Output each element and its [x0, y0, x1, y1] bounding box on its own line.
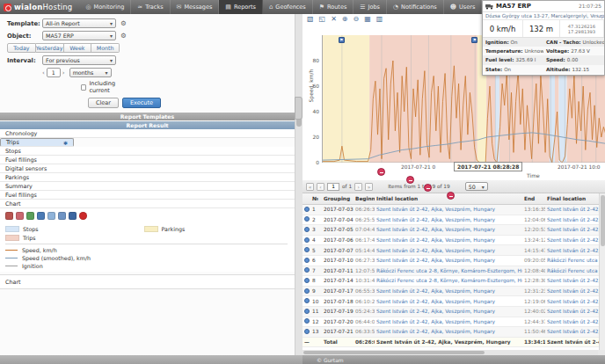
initial-location-link[interactable]: Szent István út 2-42, Ajka, Veszprém, Hu…: [375, 258, 522, 263]
report-result-item-trips-1[interactable]: Trips✱: [0, 138, 74, 147]
final-location-link[interactable]: Szent István út 2-42, Ajka: [545, 319, 599, 324]
locate-on-map-icon[interactable]: [304, 318, 310, 324]
page-number-input[interactable]: [327, 183, 339, 191]
export-xml-icon[interactable]: [58, 212, 66, 220]
template-settings-icon[interactable]: ⚙: [120, 19, 127, 27]
export-excel-icon[interactable]: [26, 212, 34, 220]
final-location-link[interactable]: Szent István út 2-42, Ajka: [545, 227, 599, 232]
print-icon[interactable]: [5, 212, 13, 220]
export-pdf-icon[interactable]: [16, 212, 24, 220]
initial-location-link[interactable]: Szent István út 2-42, Ajka, Veszprém, Hu…: [375, 227, 522, 232]
clear-chart-icon[interactable]: ✕: [331, 15, 337, 23]
flag-marker-icon[interactable]: ⚑: [471, 37, 477, 43]
initial-location-link[interactable]: Rákóczi Ferenc utca 2-8, Környe, Komárom…: [375, 278, 522, 283]
flag-marker-icon[interactable]: ⚑: [339, 37, 345, 43]
initial-location-link[interactable]: Rákóczi Ferenc utca 2-8, Környe, Komárom…: [375, 268, 522, 273]
column-header-[interactable]: №: [310, 196, 322, 201]
interval-decrease-icon[interactable]: ‹: [42, 69, 45, 76]
report-result-item-stops-2[interactable]: Stops: [0, 147, 295, 156]
panel-splitter-handle[interactable]: [295, 97, 302, 120]
final-location-link[interactable]: Szent István út 2-42, Ajka: [545, 309, 599, 314]
table-vertical-scrollbar[interactable]: [599, 193, 605, 350]
report-result-item-summary-6[interactable]: Summary: [0, 182, 295, 191]
including-current-checkbox[interactable]: [81, 84, 86, 91]
unit-name[interactable]: MA57 ERP: [496, 3, 576, 10]
locate-on-map-icon[interactable]: [304, 207, 310, 212]
interval-count-input[interactable]: [47, 68, 61, 77]
locate-on-map-icon[interactable]: [304, 267, 310, 273]
reset-zoom-icon[interactable]: ◱: [319, 15, 326, 23]
nav-item-users[interactable]: ☻Users: [444, 0, 483, 14]
initial-location-link[interactable]: Szent István út 2-42, Ajka, Veszprém, Hu…: [375, 309, 522, 314]
page-size-select[interactable]: 50▾: [465, 182, 488, 191]
final-location-link[interactable]: Szent István út 2-42, Ajka: [545, 217, 599, 222]
initial-location-link[interactable]: Szent István út 2-42, Ajka, Veszprém, Hu…: [375, 217, 522, 222]
report-result-item-parkings-5[interactable]: Parkings: [0, 173, 295, 182]
export-compressed-icon[interactable]: [69, 212, 77, 220]
final-location-link[interactable]: Szent István út 2-42, Ajka: [545, 237, 599, 243]
report-result-item-fuel-fillings-7[interactable]: Fuel fillings: [0, 191, 295, 200]
today-button[interactable]: Today: [7, 43, 36, 53]
report-result-item-chronology-0[interactable]: Chronology: [0, 129, 295, 138]
initial-location-link[interactable]: Szent István út 2-42, Ajka, Veszprém, Hu…: [375, 299, 522, 304]
nav-item-geofences[interactable]: ⌂Geofences: [263, 0, 313, 14]
column-header-grouping[interactable]: Grouping: [322, 196, 354, 201]
zoom-out-icon[interactable]: ⊖: [354, 15, 360, 23]
final-location-link[interactable]: Szent István út 2-42, Ajka: [545, 299, 599, 304]
locate-on-map-icon[interactable]: [304, 237, 310, 243]
nav-item-routes[interactable]: ⚑Routes: [313, 0, 354, 14]
grid-icon[interactable]: ▦: [364, 15, 371, 23]
nav-item-reports[interactable]: ▤Reports: [219, 0, 263, 14]
final-location-link[interactable]: Szent István út 2-42, Ajka: [545, 248, 599, 253]
month-button[interactable]: Month: [91, 43, 120, 53]
nav-item-monitoring[interactable]: ◎Monitoring: [79, 0, 131, 14]
template-select[interactable]: All-in Report▾: [42, 18, 116, 28]
locate-on-map-icon[interactable]: [304, 298, 310, 303]
column-header-end[interactable]: End: [522, 196, 545, 201]
initial-location-link[interactable]: Szent István út 2-42, Ajka, Veszprém, Hu…: [375, 248, 522, 253]
final-location-link[interactable]: Szent István út 2-42, Ajka: [545, 207, 599, 212]
locate-on-map-icon[interactable]: [304, 309, 310, 314]
locate-on-map-icon[interactable]: [304, 288, 310, 294]
initial-location-link[interactable]: Szent István út 2-42, Ajka, Veszprém, Hu…: [375, 288, 522, 294]
final-location-link[interactable]: Rákóczi Ferenc utca 2-8: [545, 268, 599, 273]
final-location-link[interactable]: Szent István út 2-42, Ajka: [545, 278, 599, 283]
column-header-final-location[interactable]: Final location: [545, 196, 599, 201]
column-header-beginning[interactable]: Beginning: [354, 196, 375, 201]
interval-select[interactable]: For previous▾: [42, 55, 116, 65]
clear-button[interactable]: Clear: [88, 98, 119, 108]
report-templates-header[interactable]: Report Templates: [0, 113, 295, 120]
nav-item-messages[interactable]: ✉Messages: [171, 0, 220, 14]
locate-on-map-icon[interactable]: [304, 329, 310, 334]
export-html-icon[interactable]: [37, 212, 45, 220]
locate-on-map-icon[interactable]: [304, 216, 310, 222]
export-csv-icon[interactable]: [47, 212, 55, 220]
prev-page-icon[interactable]: ‹: [317, 183, 324, 191]
yesterday-button[interactable]: Yesterday: [36, 43, 64, 53]
nav-item-tracks[interactable]: ≈Tracks: [131, 0, 170, 14]
left-panel-scrollbar[interactable]: [295, 14, 302, 355]
interval-increase-icon[interactable]: ›: [62, 69, 65, 76]
interval-unit-select[interactable]: months▾: [69, 68, 112, 77]
initial-location-link[interactable]: Szent István út 2-42, Ajka, Veszprém, Hu…: [375, 207, 522, 212]
initial-location-link[interactable]: Szent István út 2-42, Ajka, Veszprém, Hu…: [375, 319, 522, 324]
event-marker-icon[interactable]: [447, 192, 455, 200]
nav-item-jobs[interactable]: ☰Jobs: [354, 0, 387, 14]
zoom-in-icon[interactable]: ⊕: [342, 15, 348, 23]
initial-location-link[interactable]: Szent István út 2-42, Ajka, Veszprém, Hu…: [375, 237, 522, 243]
object-select[interactable]: MA57 ERP▾: [42, 31, 116, 40]
report-result-item-fuel-fillings-3[interactable]: Fuel fillings: [0, 156, 295, 164]
clear-report-icon[interactable]: [79, 212, 87, 220]
zoom-select-icon[interactable]: ▧: [307, 15, 314, 23]
locate-on-map-icon[interactable]: [304, 227, 310, 232]
last-page-icon[interactable]: »: [365, 183, 373, 191]
final-location-link[interactable]: Rákóczi Ferenc utca 2-8: [545, 258, 599, 263]
report-result-item-digital-sensors-4[interactable]: Digital sensors: [0, 164, 295, 173]
week-button[interactable]: Week: [64, 43, 92, 53]
export-chart-icon[interactable]: ▥: [376, 15, 383, 23]
execute-button[interactable]: Execute: [122, 98, 161, 108]
locate-on-map-icon[interactable]: [304, 258, 310, 263]
final-location-link[interactable]: Szent István út 2-42, Ajka: [545, 329, 599, 334]
initial-location-link[interactable]: Szent István út 2-42, Ajka, Veszprém, Hu…: [375, 329, 522, 334]
report-result-item-chart-8[interactable]: Chart: [0, 200, 295, 208]
